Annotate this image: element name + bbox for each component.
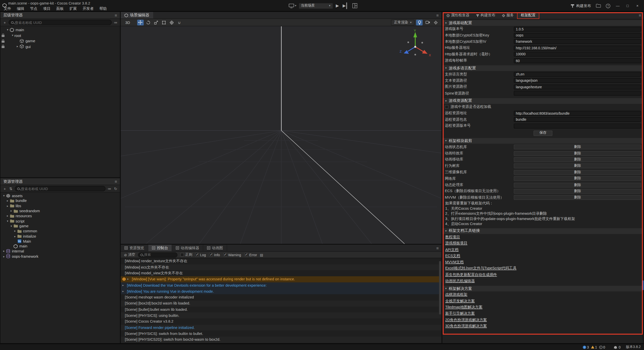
config-input[interactable] [514,111,641,116]
scene-menu-icon[interactable]: ≡ [436,13,439,17]
play-button[interactable]: ▶ [335,3,340,9]
build-publish-button[interactable]: 构建发布 [571,3,591,8]
menu-item-4[interactable]: 面板 [53,6,66,12]
expand-arrow[interactable]: ▸ [2,255,6,258]
section-header[interactable]: ▾框架文档工具链接 [442,228,643,234]
inspector-menu-icon[interactable]: ≡ [639,13,641,18]
filter-checkbox[interactable] [209,253,213,257]
assets-search-input[interactable] [21,187,103,191]
log-row[interactable]: [Scene] [PHYSICS]: using builtin. [121,313,441,319]
doc-link[interactable]: 全栈开发解决方案 [442,298,643,304]
hierarchy-filter-icon[interactable]: ≔ [113,20,118,24]
config-input[interactable] [514,39,641,44]
tab-动画编辑器[interactable]: 动画编辑器 [172,245,203,251]
expand-arrow[interactable]: ▸ [2,250,6,253]
refresh-assets-icon[interactable]: ↻ [113,187,118,191]
asset-node[interactable]: ▸initialize [1,234,120,239]
doc-link[interactable]: 战棋游戏框架 [442,292,643,298]
expand-arrow[interactable]: ▸ [16,45,19,48]
log-row[interactable]: ▸[Window] You are running Vue in develop… [121,288,441,294]
tab-scene-editor[interactable]: 场景编辑器 [121,12,153,18]
tab-控制台[interactable]: 控制台 [148,245,172,251]
help-icon[interactable]: ? [606,4,610,8]
log-row[interactable]: [Scene] [PHYSICS2D]: switch from box2d-w… [121,337,441,343]
section-header[interactable]: ▾框架模块裁剪 [442,138,643,144]
asset-node[interactable]: ▸internal [1,249,120,254]
log-row[interactable]: [Window] render_texture文件夹不存在 [121,258,441,264]
move-tool-button[interactable] [137,20,144,25]
scale-tool-button[interactable] [153,20,159,25]
filter-checkbox[interactable] [223,253,227,257]
close-button[interactable]: × [635,4,640,8]
hierarchy-node[interactable]: game [1,38,120,44]
inspector-scrollbar[interactable] [642,19,644,343]
config-input[interactable] [514,117,641,122]
regex-checkbox[interactable] [180,253,184,257]
delete-button[interactable]: 删除 [514,195,641,200]
expand-arrow[interactable]: ▾ [11,34,14,37]
doc-link[interactable]: 新手引导解决方案 [442,311,643,317]
filter-checkbox[interactable] [244,253,248,257]
expand-arrow[interactable]: ▸ [127,278,130,281]
tab-属性检查器[interactable]: 属性检查器 [443,12,473,19]
log-row[interactable]: [Scene] Forward render pipeline initiali… [121,325,441,331]
tab-服务[interactable]: 服务 [499,12,517,19]
inspector-scroll-thumb[interactable] [642,280,644,290]
filter-info[interactable]: Info [209,253,220,257]
console-search-input[interactable] [144,253,175,257]
doc-link[interactable]: 原生包热更新配置自动生成插件 [442,272,643,278]
delete-button[interactable]: 删除 [514,145,641,150]
step-button[interactable]: ▶ [342,3,347,9]
log-row[interactable]: [Scene] [box2d]:box2d wasm lib loaded. [121,300,441,307]
expand-arrow[interactable]: ▾ [6,220,10,223]
menu-item-6[interactable]: 开发者 [80,6,97,12]
hierarchy-node[interactable]: ▾root [1,33,120,38]
config-input[interactable] [514,123,641,128]
maximize-button[interactable]: □ [625,4,630,8]
asset-node[interactable]: ▸common [1,229,120,234]
expand-arrow[interactable]: ▸ [10,209,13,213]
clear-console-button[interactable]: ⊘ 清空 [124,252,135,257]
tab-构建发布[interactable]: 构建发布 [473,12,499,19]
asset-node[interactable]: ▾assets [1,193,120,198]
notification-badge[interactable]: 0 [613,345,621,349]
asset-node[interactable]: ▾game [1,224,120,229]
config-input[interactable] [514,33,641,38]
scene-gear-icon[interactable] [432,20,439,25]
transform-tool-button[interactable] [168,20,175,25]
log-row[interactable]: [Scene] [PHYSICS]: switch from builtin t… [121,331,441,337]
doc-link[interactable]: 3D角色扮演游戏解决方案 [442,323,643,329]
console-menu-icon[interactable]: ≡ [436,246,439,250]
console-log-area[interactable]: [Window] render_texture文件夹不存在[Window] ec… [121,258,441,343]
rect-tool-button[interactable] [160,20,167,25]
doc-link[interactable]: 动画状态机编辑器 [442,278,643,284]
config-input[interactable] [514,58,641,63]
expand-arrow[interactable]: ▸ [6,214,10,218]
warning-count-badge[interactable]: 1 [591,345,597,349]
log-row[interactable]: [Scene] Cocos Creator v3.8.2 [121,319,441,325]
menu-item-1[interactable]: 编辑 [14,6,27,12]
rotate-tool-button[interactable] [145,20,151,25]
asset-node[interactable]: ▸resources [1,213,120,218]
config-input[interactable] [514,46,641,51]
assets-filter-icon[interactable]: ≔ [107,187,112,191]
log-row[interactable]: [Window] ecs文件夹不存在 [121,264,441,270]
expand-arrow[interactable]: ▸ [6,199,10,203]
add-node-button[interactable]: + [3,20,7,24]
delete-button[interactable]: 删除 [514,183,641,188]
tab-框架配置[interactable]: 框架配置 [517,12,539,19]
expand-arrow[interactable]: ▸ [13,235,17,238]
delete-button[interactable]: 删除 [514,163,641,168]
hierarchy-search-input[interactable] [15,20,109,24]
dimension-toggle-button[interactable]: 3D [123,20,132,25]
tab-资源预览[interactable]: 资源预览 [121,245,148,251]
regex-toggle[interactable]: 正则 [180,252,192,257]
hierarchy-node[interactable]: ▾main [1,27,120,33]
asset-node[interactable]: ▸bundle [1,198,120,203]
scene-viewport[interactable]: Y X Z [121,26,441,244]
asset-node[interactable]: ▾script [1,218,120,224]
menu-item-3[interactable]: 项目 [40,6,53,12]
section-header[interactable]: ▾游戏资源配置 [442,98,643,104]
config-input[interactable] [514,78,641,83]
save-button[interactable]: 保存 [534,130,552,136]
